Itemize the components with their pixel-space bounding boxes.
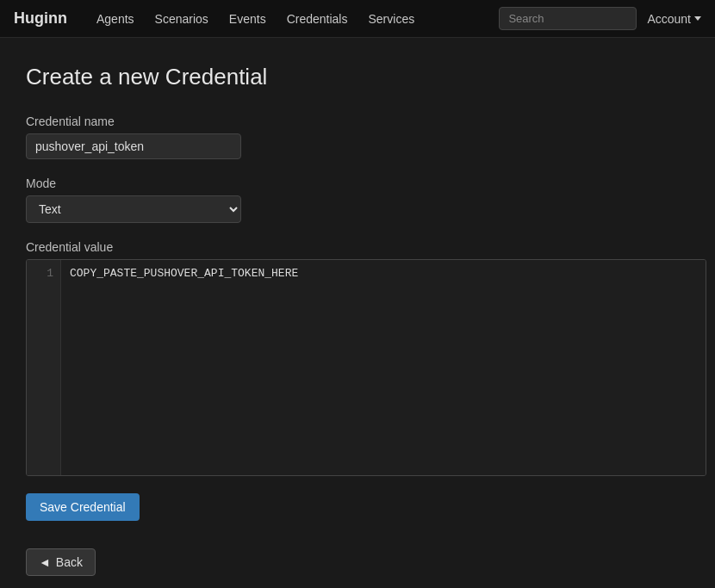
- credential-name-input[interactable]: [26, 133, 241, 159]
- navbar: Huginn Agents Scenarios Events Credentia…: [0, 0, 715, 38]
- save-credential-button[interactable]: Save Credential: [26, 493, 140, 521]
- back-button[interactable]: ◄ Back: [26, 548, 96, 576]
- mode-select[interactable]: Text OAUTH2: [26, 195, 241, 223]
- save-button-row: Save Credential: [26, 493, 689, 538]
- nav-menu: Agents Scenarios Events Credentials Serv…: [88, 12, 499, 26]
- account-label: Account: [647, 12, 691, 26]
- mode-label: Mode: [26, 176, 689, 190]
- search-input[interactable]: [499, 7, 637, 30]
- credential-value-label: Credential value: [26, 240, 689, 254]
- back-button-row: ◄ Back: [26, 548, 689, 576]
- nav-credentials[interactable]: Credentials: [278, 7, 357, 31]
- page-title: Create a new Credential: [26, 64, 689, 90]
- credential-name-label: Credential name: [26, 115, 689, 128]
- nav-events[interactable]: Events: [221, 7, 275, 31]
- credential-name-group: Credential name: [26, 115, 689, 159]
- main-content: Create a new Credential Credential name …: [0, 38, 715, 588]
- brand-link[interactable]: Huginn: [14, 9, 67, 28]
- credential-value-group: Credential value 1 COPY_PASTE_PUSHOVER_A…: [26, 240, 689, 476]
- code-editor: 1 COPY_PASTE_PUSHOVER_API_TOKEN_HERE: [26, 259, 706, 476]
- navbar-right: Account: [499, 7, 701, 30]
- nav-services[interactable]: Services: [359, 7, 423, 31]
- nav-scenarios[interactable]: Scenarios: [146, 7, 217, 31]
- mode-group: Mode Text OAUTH2: [26, 176, 689, 223]
- back-label: Back: [56, 555, 83, 569]
- line-number-1: 1: [47, 267, 53, 280]
- credential-value-textarea[interactable]: COPY_PASTE_PUSHOVER_API_TOKEN_HERE: [61, 260, 706, 475]
- account-link[interactable]: Account: [647, 12, 701, 26]
- account-caret-icon: [694, 16, 701, 21]
- nav-agents[interactable]: Agents: [88, 7, 143, 31]
- back-arrow-icon: ◄: [39, 555, 51, 569]
- line-numbers: 1: [27, 260, 61, 475]
